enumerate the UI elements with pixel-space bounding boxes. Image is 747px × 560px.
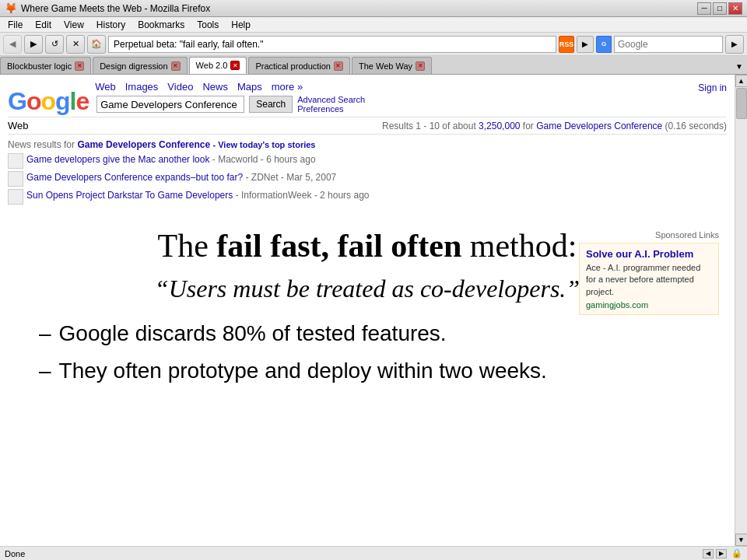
menu-view[interactable]: View — [59, 18, 89, 32]
go-button[interactable]: ▶ — [577, 36, 594, 53]
slide-bullet-1: – Google discards 80% of tested features… — [31, 321, 703, 346]
progress-btn-2[interactable]: ▶ — [716, 549, 727, 558]
view-stories-link[interactable]: - View today's top stories — [212, 140, 315, 149]
sponsored-header: Sponsored Links — [579, 230, 719, 240]
tab-close-webway[interactable]: ✕ — [416, 61, 425, 71]
tab-design[interactable]: Design digression ✕ — [93, 57, 187, 74]
sponsored-box: Solve our A.I. Problem Ace - A.I. progra… — [579, 243, 719, 315]
news-link-2[interactable]: Game Developers Conference expands–but t… — [26, 172, 243, 183]
rss-icon: RSS — [559, 40, 574, 48]
menu-history[interactable]: History — [92, 18, 130, 32]
slide-bullet-2: – They often prototype and deploy within… — [31, 359, 703, 383]
sponsored-url: gamingjobs.com — [586, 300, 712, 310]
search-go-button[interactable]: ▶ — [725, 35, 744, 54]
close-button[interactable]: ✕ — [728, 2, 742, 15]
tabs-bar: Blockbuster logic ✕ Design digression ✕ … — [0, 56, 747, 75]
g2-letter: g — [55, 87, 70, 115]
status-text: Done — [5, 549, 25, 558]
tab-label: Web 2.0 — [196, 61, 228, 70]
tab-web20[interactable]: Web 2.0 ✕ — [189, 57, 247, 74]
tab-close-practical[interactable]: ✕ — [334, 61, 343, 71]
menu-bookmarks[interactable]: Bookmarks — [133, 18, 189, 32]
google-search-icon: G — [596, 36, 612, 53]
advanced-search-link[interactable]: Advanced Search Preferences — [297, 95, 365, 114]
scrollbar[interactable]: ▲ ▼ — [735, 75, 747, 546]
back-button[interactable]: ◀ — [3, 35, 22, 54]
nav-maps[interactable]: Maps — [237, 81, 262, 93]
sponsored-link[interactable]: Solve our A.I. Problem — [586, 248, 693, 260]
news-item: Game developers give the Mac another loo… — [8, 153, 727, 169]
sign-in-link[interactable]: Sign in — [698, 82, 727, 93]
security-icon: 🔒 — [731, 548, 742, 558]
o1-letter: o — [26, 87, 41, 115]
tab-close-blockbuster[interactable]: ✕ — [75, 61, 84, 71]
news-item-text-3: Sun Opens Project Darkstar To Game Devel… — [26, 189, 369, 202]
address-bar[interactable] — [108, 36, 556, 53]
nav-more[interactable]: more » — [272, 81, 303, 93]
menu-bar: File Edit View History Bookmarks Tools H… — [0, 17, 747, 33]
bullet-dash-1: – — [39, 321, 51, 346]
news-header: News results for Game Developers Confere… — [8, 139, 727, 150]
nav-images[interactable]: Images — [125, 81, 159, 93]
g-letter: G — [8, 87, 26, 115]
google-search-button[interactable]: Search — [249, 96, 293, 113]
menu-help[interactable]: Help — [226, 18, 255, 32]
google-search-bar[interactable] — [614, 36, 723, 53]
news-thumbnail-1 — [8, 153, 23, 169]
results-count-link[interactable]: 3,250,000 — [479, 121, 520, 131]
search-go-icon: ▶ — [731, 40, 738, 48]
stop-button[interactable]: ✕ — [66, 35, 85, 54]
news-link-3[interactable]: Sun Opens Project Darkstar To Game Devel… — [26, 190, 233, 201]
window-controls[interactable]: ─ □ ✕ — [697, 2, 742, 15]
menu-edit[interactable]: Edit — [30, 18, 56, 32]
firefox-icon: 🦊 — [5, 2, 17, 14]
news-item: Sun Opens Project Darkstar To Game Devel… — [8, 189, 727, 205]
menu-tools[interactable]: Tools — [192, 18, 223, 32]
scroll-down-button[interactable]: ▼ — [735, 534, 748, 546]
news-header-link[interactable]: Game Developers Conference — [77, 139, 210, 150]
news-link-1[interactable]: Game developers give the Mac another loo… — [26, 154, 209, 165]
sponsored-description: Ace - A.I. programmer needed for a never… — [586, 262, 712, 298]
tab-practical[interactable]: Practical production ✕ — [248, 57, 350, 74]
tab-webway[interactable]: The Web Way ✕ — [352, 57, 432, 74]
menu-file[interactable]: File — [3, 18, 27, 32]
back-icon: ◀ — [9, 39, 16, 49]
sponsored-links: Sponsored Links Solve our A.I. Problem A… — [579, 230, 719, 315]
status-right: ◀ ▶ 🔒 — [703, 548, 742, 558]
tab-close-web20[interactable]: ✕ — [230, 61, 240, 70]
forward-button[interactable]: ▶ — [24, 35, 43, 54]
reload-icon: ↺ — [51, 39, 58, 49]
results-query-link[interactable]: Game Developers Conference — [536, 121, 662, 131]
scroll-thumb[interactable] — [736, 88, 747, 119]
maximize-button[interactable]: □ — [713, 2, 727, 15]
google-search-input[interactable] — [96, 96, 244, 113]
stop-icon: ✕ — [72, 39, 79, 49]
scroll-track[interactable] — [735, 87, 748, 534]
rss-button[interactable]: RSS — [559, 36, 574, 53]
scroll-up-button[interactable]: ▲ — [735, 75, 748, 87]
home-icon: 🏠 — [91, 39, 102, 49]
news-item-text-1: Game developers give the Mac another loo… — [26, 153, 316, 166]
nav-bar: ◀ ▶ ↺ ✕ 🏠 RSS ▶ G ▶ — [0, 33, 747, 56]
tab-blockbuster[interactable]: Blockbuster logic ✕ — [0, 57, 91, 74]
minimize-button[interactable]: ─ — [697, 2, 711, 15]
google-nav: Web Images Video News Maps more » — [95, 81, 698, 93]
nav-web[interactable]: Web — [95, 81, 116, 93]
progress-btn-1[interactable]: ◀ — [703, 549, 714, 558]
tab-label: Blockbuster logic — [7, 61, 72, 71]
nav-video[interactable]: Video — [167, 81, 193, 93]
google-logo: Google — [8, 89, 89, 114]
tab-label: Design digression — [100, 61, 167, 71]
sponsored-title[interactable]: Solve our A.I. Problem — [586, 248, 712, 260]
new-tab-button[interactable]: ▼ — [731, 58, 747, 74]
results-header: Web Results 1 - 10 of about 3,250,000 fo… — [8, 117, 727, 135]
home-button[interactable]: 🏠 — [87, 35, 106, 54]
google-area: Google Web Images Video News Maps more » — [0, 75, 735, 117]
news-thumbnail-3 — [8, 189, 23, 205]
o2-letter: o — [40, 87, 55, 115]
reload-button[interactable]: ↺ — [45, 35, 64, 54]
results-tab: Web — [8, 120, 29, 131]
nav-news[interactable]: News — [202, 81, 228, 93]
tab-close-design[interactable]: ✕ — [171, 61, 181, 71]
news-source-2: - ZDNet - Mar 5, 2007 — [246, 172, 337, 183]
